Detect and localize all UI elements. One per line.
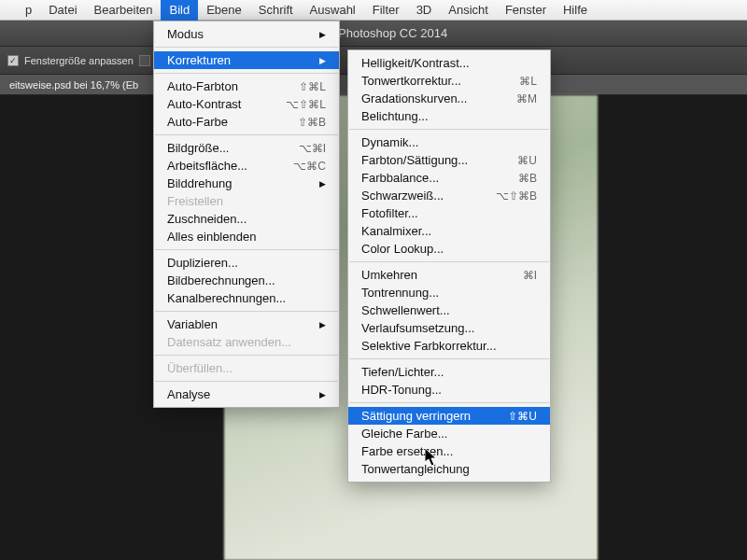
- menu-item-label: Farbbalance...: [361, 171, 439, 185]
- menu-item-label: Duplizieren...: [167, 256, 238, 270]
- submenu-korrekturen-item[interactable]: Dynamik...: [348, 133, 550, 151]
- submenu-korrekturen-item[interactable]: Schwellenwert...: [348, 301, 550, 319]
- menu-bild-item[interactable]: Auto-Kontrast⌥⇧⌘L: [154, 95, 339, 113]
- menubar-item-auswahl[interactable]: Auswahl: [302, 0, 364, 21]
- menu-bild-item[interactable]: Variablen: [154, 315, 339, 333]
- menu-bild-separator: [155, 381, 338, 382]
- submenu-korrekturen-item[interactable]: Color Lookup...: [348, 240, 550, 258]
- menu-bild-item[interactable]: Analyse: [154, 385, 339, 403]
- submenu-korrekturen-item[interactable]: Selektive Farbkorrektur...: [348, 337, 550, 355]
- menu-bild-item[interactable]: Duplizieren...: [154, 254, 339, 272]
- menu-bild-item[interactable]: Bildberechnungen...: [154, 272, 339, 289]
- submenu-korrekturen-item[interactable]: Belichtung...: [348, 107, 550, 125]
- menu-item-label: Belichtung...: [361, 109, 429, 123]
- menubar-item-filter[interactable]: Filter: [364, 0, 408, 21]
- menu-item-shortcut: ⌘U: [517, 154, 537, 167]
- menubar-item-ebene[interactable]: Ebene: [198, 0, 250, 21]
- menu-item-label: Datensatz anwenden...: [167, 335, 291, 349]
- submenu-korrekturen-item[interactable]: HDR-Tonung...: [348, 381, 550, 399]
- menu-item-label: Schwellenwert...: [361, 303, 450, 317]
- submenu-korrekturen-separator: [349, 261, 549, 262]
- menu-item-label: Bildberechnungen...: [167, 273, 275, 287]
- menu-bild-separator: [155, 73, 338, 74]
- submenu-korrekturen-item[interactable]: Farbbalance...⌘B: [348, 169, 550, 187]
- fit-window-label: Fenstergröße anpassen: [24, 55, 134, 66]
- menu-item-label: Überfüllen...: [167, 361, 233, 375]
- submenu-korrekturen-item[interactable]: Farbton/Sättigung...⌘U: [348, 151, 550, 169]
- menu-item-label: Color Lookup...: [361, 242, 444, 256]
- submenu-korrekturen-item[interactable]: Tontrennung...: [348, 284, 550, 301]
- menu-item-shortcut: ⌘L: [519, 75, 537, 88]
- menu-bild-item[interactable]: Bildgröße...⌥⌘I: [154, 139, 339, 157]
- menu-item-shortcut: ⌥⇧⌘L: [286, 98, 326, 111]
- menu-bild: ModusKorrekturenAuto-Farbton⇧⌘LAuto-Kont…: [153, 21, 340, 408]
- menu-bild-item[interactable]: Auto-Farbton⇧⌘L: [154, 77, 339, 95]
- menu-bild-item: Überfüllen...: [154, 359, 339, 377]
- menu-bild-separator: [155, 249, 338, 250]
- menu-item-label: Gradationskurven...: [361, 91, 467, 105]
- submenu-korrekturen-item[interactable]: Helligkeit/Kontrast...: [348, 54, 550, 72]
- menu-item-label: Bildgröße...: [167, 141, 229, 155]
- menubar-item-fenster[interactable]: Fenster: [497, 0, 555, 21]
- scale-checkbox[interactable]: [139, 55, 150, 66]
- menubar-item-hilfe[interactable]: Hilfe: [555, 0, 596, 21]
- menu-item-label: Alles einblenden: [167, 230, 256, 244]
- menu-bild-item[interactable]: Auto-Farbe⇧⌘B: [154, 113, 339, 131]
- menu-item-label: Selektive Farbkorrektur...: [361, 339, 497, 353]
- apple-menu[interactable]: [0, 0, 17, 21]
- submenu-korrekturen-item[interactable]: Tonwertkorrektur...⌘L: [348, 72, 550, 90]
- menubar-item-schrift[interactable]: Schrift: [250, 0, 302, 21]
- submenu-korrekturen-item[interactable]: Gleiche Farbe...: [348, 425, 550, 442]
- menubar-item-datei[interactable]: Datei: [40, 0, 85, 21]
- menu-item-label: Kanalmixer...: [361, 224, 431, 238]
- submenu-korrekturen-item[interactable]: Farbe ersetzen...: [348, 442, 550, 460]
- menu-bild-item[interactable]: Zuschneiden...: [154, 210, 339, 228]
- document-tab-label: eitsweise.psd bei 16,7% (Eb: [9, 79, 138, 91]
- submenu-korrekturen-item[interactable]: Verlaufsumsetzung...: [348, 319, 550, 337]
- menu-item-label: Bilddrehung: [167, 176, 232, 190]
- menu-item-label: Auto-Kontrast: [167, 97, 242, 111]
- menu-bild-item: Datensatz anwenden...: [154, 333, 339, 351]
- menu-item-label: Tontrennung...: [361, 286, 439, 300]
- menu-item-label: Freistellen: [167, 194, 223, 208]
- menu-item-label: HDR-Tonung...: [361, 383, 442, 397]
- menubar-item-bild[interactable]: Bild: [161, 0, 198, 21]
- menu-bild-item[interactable]: Modus: [154, 25, 339, 43]
- submenu-korrekturen-item[interactable]: Tonwertangleichung: [348, 460, 550, 478]
- menu-bild-separator: [155, 355, 338, 356]
- menu-item-label: Dynamik...: [361, 135, 418, 149]
- submenu-korrekturen-item[interactable]: Schwarzweiß...⌥⇧⌘B: [348, 187, 550, 204]
- menu-item-shortcut: ⌥⇧⌘B: [496, 189, 537, 203]
- menu-bild-separator: [155, 134, 338, 135]
- submenu-korrekturen-item[interactable]: Fotofilter...: [348, 204, 550, 222]
- submenu-korrekturen-item[interactable]: Gradationskurven...⌘M: [348, 90, 550, 107]
- menu-item-label: Gleiche Farbe...: [361, 427, 448, 441]
- fit-window-checkbox[interactable]: ✓: [7, 55, 19, 66]
- submenu-korrekturen-item[interactable]: Tiefen/Lichter...: [348, 363, 550, 381]
- app-menu-fragment[interactable]: p: [17, 0, 40, 21]
- menu-bild-separator: [155, 47, 338, 48]
- submenu-korrekturen-item[interactable]: Kanalmixer...: [348, 222, 550, 240]
- menubar-item-ansicht[interactable]: Ansicht: [440, 0, 497, 21]
- menubar-item-3d[interactable]: 3D: [408, 0, 441, 21]
- submenu-korrekturen-separator: [349, 402, 549, 403]
- menu-item-label: Farbe ersetzen...: [361, 444, 453, 458]
- menu-item-label: Sättigung verringern: [361, 409, 471, 423]
- menu-bild-item[interactable]: Arbeitsfläche...⌥⌘C: [154, 157, 339, 175]
- submenu-korrekturen-item[interactable]: Umkehren⌘I: [348, 266, 550, 284]
- menu-bild-item[interactable]: Bilddrehung: [154, 175, 339, 192]
- menu-item-label: Farbton/Sättigung...: [361, 153, 468, 167]
- menu-item-shortcut: ⇧⌘U: [508, 410, 537, 423]
- menu-item-label: Schwarzweiß...: [361, 189, 444, 203]
- menu-item-label: Helligkeit/Kontrast...: [361, 56, 470, 70]
- menu-bild-item[interactable]: Alles einblenden: [154, 228, 339, 245]
- menu-bild-separator: [155, 311, 338, 312]
- menu-bild-item[interactable]: Korrekturen: [154, 51, 339, 69]
- menu-item-label: Auto-Farbton: [167, 79, 238, 93]
- submenu-korrekturen-item[interactable]: Sättigung verringern⇧⌘U: [348, 407, 550, 425]
- menu-item-shortcut: ⌘I: [523, 269, 537, 282]
- menu-item-label: Umkehren: [361, 268, 417, 282]
- menubar-item-bearbeiten[interactable]: Bearbeiten: [86, 0, 162, 21]
- menu-bild-item[interactable]: Kanalberechnungen...: [154, 289, 339, 307]
- menu-item-label: Arbeitsfläche...: [167, 159, 247, 173]
